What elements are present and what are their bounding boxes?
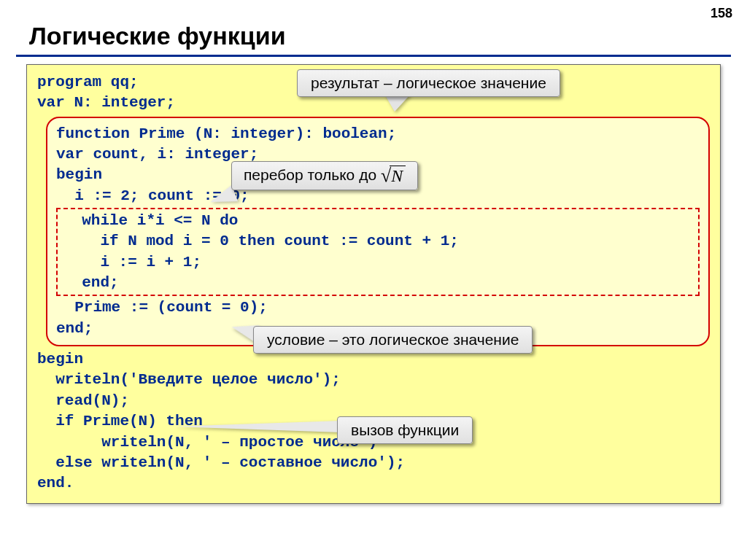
callout-result-boolean: результат – логическое значение — [297, 69, 560, 97]
callout-condition-boolean: условие – это логическое значение — [253, 326, 533, 354]
code-line: end; — [63, 273, 692, 293]
code-line: else writeln(N, ' – составное число'); — [37, 453, 710, 473]
while-loop-box: while i*i <= N do if N mod i = 0 then co… — [56, 208, 700, 296]
code-line: function Prime (N: integer): boolean; — [56, 124, 700, 144]
sqrt-argument: N — [390, 166, 406, 185]
callout-tail-icon — [173, 421, 341, 432]
function-box: function Prime (N: integer): boolean; va… — [46, 117, 710, 346]
slide-title: Логические функции — [29, 22, 747, 50]
code-line: Prime := (count = 0); — [56, 298, 700, 318]
code-line: read(N); — [37, 391, 710, 411]
code-line: writeln('Введите целое число'); — [37, 370, 710, 390]
code-container: program qq; var N: integer; function Pri… — [26, 64, 721, 504]
code-line: end. — [37, 473, 710, 494]
title-underline — [16, 55, 731, 57]
callout-function-call: вызов функции — [337, 416, 473, 444]
code-line: if N mod i = 0 then count := count + 1; — [63, 231, 692, 252]
code-line: i := i + 1; — [63, 252, 692, 273]
sqrt-expression: √N — [381, 165, 406, 187]
code-line: while i*i <= N do — [63, 211, 692, 231]
page-number: 158 — [711, 6, 732, 21]
callout-loop-limit: перебор только до √N — [231, 161, 418, 190]
callout-text: перебор только до — [244, 166, 381, 183]
